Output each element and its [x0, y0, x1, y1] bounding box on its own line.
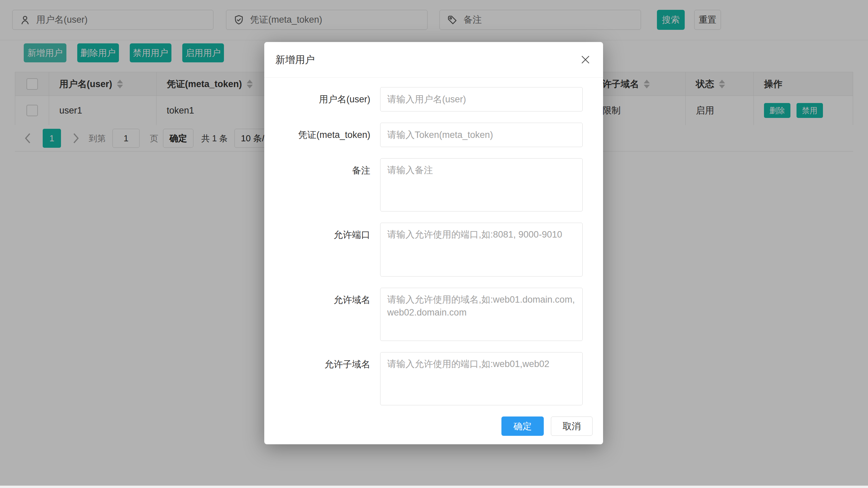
note-label: 备注: [264, 158, 380, 211]
form-row-ports: 允许端口: [264, 223, 603, 277]
domains-label: 允许域名: [264, 288, 380, 341]
token-input[interactable]: [380, 123, 583, 147]
form-row-note: 备注: [264, 158, 603, 211]
token-label: 凭证(meta_token): [264, 123, 380, 147]
ports-label: 允许端口: [264, 223, 380, 277]
subdomains-label: 允许子域名: [264, 352, 380, 405]
username-label: 用户名(user): [264, 87, 380, 111]
note-textarea[interactable]: [380, 158, 583, 211]
subdomains-textarea[interactable]: [380, 352, 583, 405]
modal-header: 新增用户: [264, 42, 603, 78]
close-icon[interactable]: [579, 54, 592, 66]
bottom-strip: [0, 486, 868, 488]
add-user-modal: 新增用户 用户名(user) 凭证(meta_token) 备注 允许端口 允许…: [264, 42, 603, 444]
modal-title: 新增用户: [275, 42, 315, 78]
username-input[interactable]: [380, 87, 583, 111]
form-row-domains: 允许域名: [264, 288, 603, 341]
form-row-username: 用户名(user): [264, 87, 603, 111]
ports-textarea[interactable]: [380, 223, 583, 277]
form-row-subdomains: 允许子域名: [264, 352, 603, 405]
confirm-button[interactable]: 确定: [501, 416, 544, 436]
form-row-token: 凭证(meta_token): [264, 123, 603, 147]
modal-footer: 确定 取消: [264, 416, 603, 436]
cancel-button[interactable]: 取消: [551, 416, 593, 436]
modal-body: 用户名(user) 凭证(meta_token) 备注 允许端口 允许域名 允许…: [264, 78, 603, 436]
domains-textarea[interactable]: [380, 288, 583, 341]
